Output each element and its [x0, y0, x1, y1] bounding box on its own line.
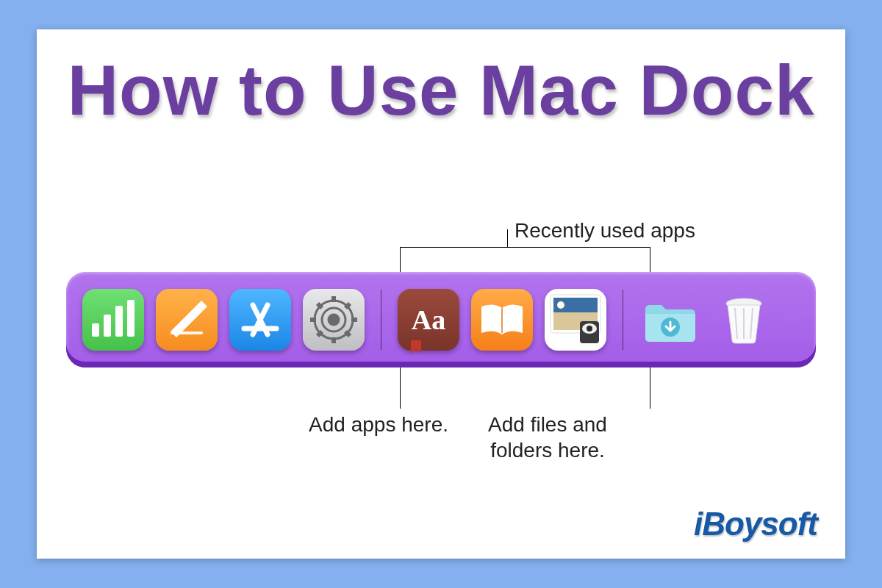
svg-line-15	[345, 304, 350, 308]
numbers-icon[interactable]	[82, 289, 144, 351]
dictionary-icon[interactable]: Aa	[398, 289, 459, 351]
app-store-icon[interactable]	[229, 289, 291, 351]
pages-icon[interactable]	[156, 289, 218, 351]
bracket-right-vert	[650, 247, 650, 275]
svg-point-8	[329, 315, 339, 325]
books-icon[interactable]	[471, 289, 533, 351]
bracket-left-vert	[400, 247, 401, 275]
brand-logo: iBoysoft	[694, 506, 817, 542]
dock[interactable]: Aa	[66, 272, 816, 368]
page-title: How to Use Mac Dock	[37, 50, 845, 131]
system-preferences-icon[interactable]	[303, 289, 365, 351]
callout-add-apps: Add apps here.	[184, 412, 448, 437]
bookmark-ribbon-icon	[411, 340, 421, 354]
svg-line-13	[318, 304, 322, 308]
callout-apps-line	[400, 368, 401, 409]
svg-point-24	[587, 326, 592, 331]
callout-recent: Recently used apps	[514, 218, 695, 243]
svg-line-14	[345, 331, 350, 336]
svg-point-21	[557, 301, 564, 309]
dictionary-label: Aa	[412, 304, 445, 336]
dock-diagram: Recently used apps	[37, 213, 845, 507]
dock-separator-2	[623, 290, 623, 350]
svg-line-16	[318, 331, 322, 336]
downloads-folder-icon[interactable]	[639, 289, 701, 351]
card: How to Use Mac Dock Recently used apps	[37, 29, 845, 559]
dock-separator-1	[381, 290, 381, 350]
bracket-stem	[507, 229, 508, 247]
trash-icon[interactable]	[713, 289, 775, 351]
callout-add-files: Add files and folders here.	[456, 412, 639, 463]
bracket-horizontal	[400, 247, 650, 248]
preview-icon[interactable]	[545, 289, 606, 351]
callout-files-line	[650, 368, 650, 409]
